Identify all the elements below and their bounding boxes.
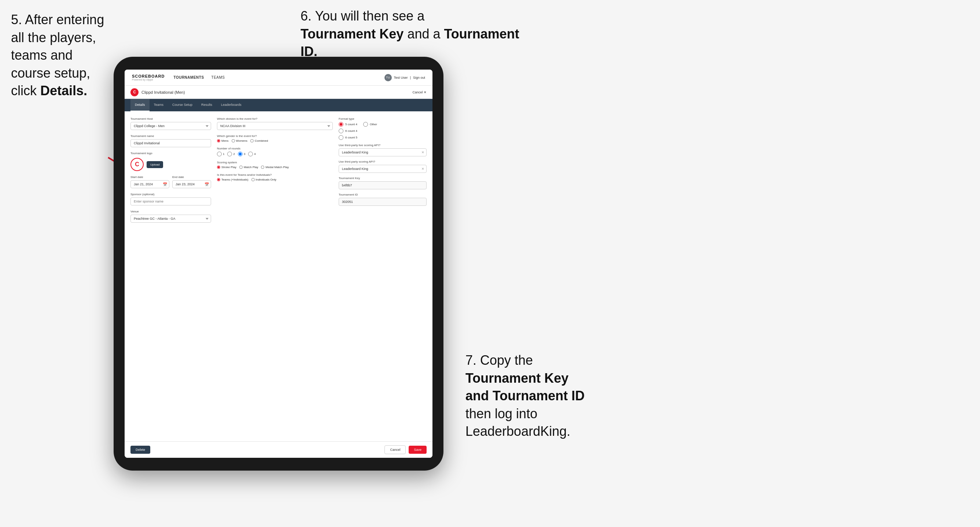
venue-group: Venue Peachtree GC - Atlanta - GA	[130, 210, 211, 223]
cancel-button[interactable]: Cancel	[385, 445, 406, 454]
round-1[interactable]: 1	[217, 152, 224, 156]
api1-select-wrap: Leaderboard King ✕	[339, 148, 426, 156]
format-other[interactable]: Other	[363, 122, 377, 127]
format-label: Format type	[339, 117, 426, 121]
nav-teams[interactable]: TEAMS	[212, 75, 225, 79]
division-select[interactable]: NCAA Division III	[217, 122, 333, 130]
start-date-icon: 📅	[163, 183, 167, 186]
api1-select[interactable]: Leaderboard King	[339, 148, 426, 156]
gender-label: Which gender is the event for?	[217, 134, 333, 138]
tabs-bar: Details Teams Course Setup Results Leade…	[125, 99, 433, 111]
form-footer: Delete Cancel Save	[125, 441, 433, 458]
nav-right: TU Test User | Sign out	[385, 74, 425, 81]
brand: SCOREBOARD Powered by clippd	[132, 74, 165, 81]
teams-radio-group: Teams (+Individuals) Individuals Only	[217, 178, 333, 181]
brand-sub: Powered by clippd	[132, 78, 165, 81]
teams-group: Is this event for Teams and/or Individua…	[217, 173, 333, 181]
rounds-group: Number of rounds 1 2 3	[217, 147, 333, 156]
format-5count4[interactable]: 5 count 4	[339, 122, 357, 127]
api2-select[interactable]: Leaderboard King	[339, 165, 426, 173]
start-date-label: Start date	[130, 175, 169, 179]
venue-label: Venue	[130, 210, 211, 213]
scoring-group: Scoring system Stroke Play Match Play Me…	[217, 161, 333, 169]
brand-title: SCOREBOARD	[132, 74, 165, 78]
round-3[interactable]: 3	[238, 152, 245, 156]
start-date-group: Start date 📅	[130, 175, 169, 188]
tournament-id-input[interactable]	[339, 198, 426, 206]
tournament-name-input[interactable]	[130, 139, 211, 147]
tournament-logo-group: Tournament logo C Upload	[130, 152, 211, 171]
tab-course-setup[interactable]: Course Setup	[168, 99, 197, 111]
annotation-bottom-right: 7. Copy the Tournament Keyand Tournament…	[465, 352, 671, 441]
teams-label: Is this event for Teams and/or Individua…	[217, 173, 333, 176]
nav-links: TOURNAMENTS TEAMS	[173, 75, 384, 79]
tournament-host-label: Tournament Host	[130, 117, 211, 121]
sub-header-title: Clippd Invitational (Men)	[142, 90, 185, 94]
end-date-group: End date 📅	[172, 175, 211, 188]
delete-button[interactable]: Delete	[130, 446, 150, 454]
top-nav: SCOREBOARD Powered by clippd TOURNAMENTS…	[125, 70, 433, 86]
tablet-screen: SCOREBOARD Powered by clippd TOURNAMENTS…	[125, 70, 433, 458]
sub-header-cancel[interactable]: Cancel ✕	[412, 90, 426, 94]
scoring-match[interactable]: Match Play	[239, 165, 258, 169]
tablet-frame: SCOREBOARD Powered by clippd TOURNAMENTS…	[114, 57, 444, 471]
sponsor-input[interactable]	[130, 197, 211, 205]
tournament-key-label: Tournament Key	[339, 176, 426, 180]
api2-group: Use third-party scoring API? Leaderboard…	[339, 160, 426, 173]
tournament-name-label: Tournament name	[130, 134, 211, 138]
gender-womens[interactable]: Womens	[232, 139, 247, 143]
scoring-stroke[interactable]: Stroke Play	[217, 165, 236, 169]
scoring-label: Scoring system	[217, 161, 333, 164]
tournament-name-group: Tournament name	[130, 134, 211, 147]
sub-header-icon: C	[130, 88, 138, 96]
tournament-key-input[interactable]	[339, 181, 426, 189]
api2-select-wrap: Leaderboard King ✕	[339, 165, 426, 173]
individuals-only[interactable]: Individuals Only	[251, 178, 276, 181]
end-date-label: End date	[172, 175, 211, 179]
tournament-id-group: Tournament ID	[339, 193, 426, 206]
user-avatar: TU	[385, 74, 392, 81]
division-group: Which division is the event for? NCAA Di…	[217, 117, 333, 130]
rounds-radio-group: 1 2 3 4	[217, 152, 333, 156]
tab-results[interactable]: Results	[197, 99, 216, 111]
sign-out-link[interactable]: Sign out	[413, 76, 425, 79]
round-4[interactable]: 4	[248, 152, 255, 156]
date-row: Start date 📅 End date 📅	[130, 175, 211, 188]
tournament-key-group: Tournament Key	[339, 176, 426, 189]
api1-label: Use third-party live scoring API?	[339, 144, 426, 147]
format-group: Format type 5 count 4 Other	[339, 117, 426, 140]
nav-separator: |	[410, 76, 411, 79]
api2-clear-icon[interactable]: ✕	[422, 167, 425, 171]
form-body: Tournament Host Clippd College - Men Tou…	[125, 111, 433, 441]
api1-clear-icon[interactable]: ✕	[422, 151, 425, 154]
col-right: Format type 5 count 4 Other	[339, 117, 426, 435]
upload-button[interactable]: Upload	[146, 161, 163, 168]
format-6count5[interactable]: 6 count 5	[339, 135, 426, 140]
col-mid: Which division is the event for? NCAA Di…	[217, 117, 333, 435]
tab-details[interactable]: Details	[130, 99, 150, 111]
annotation-top-right: 6. You will then see a Tournament Key an…	[301, 7, 528, 61]
tab-leaderboards[interactable]: Leaderboards	[216, 99, 246, 111]
user-label: Test User	[394, 76, 408, 79]
tab-teams[interactable]: Teams	[150, 99, 168, 111]
gender-mens[interactable]: Mens	[217, 139, 229, 143]
scoring-radio-group: Stroke Play Match Play Medal Match Play	[217, 165, 333, 169]
sponsor-label: Sponsor (optional)	[130, 193, 211, 196]
venue-select[interactable]: Peachtree GC - Atlanta - GA	[130, 214, 211, 223]
format-6count4[interactable]: 6 count 4	[339, 129, 426, 133]
logo-area: C Upload	[130, 158, 211, 171]
tournament-host-select[interactable]: Clippd College - Men	[130, 122, 211, 130]
round-2[interactable]: 2	[227, 152, 235, 156]
teams-plus-individuals[interactable]: Teams (+Individuals)	[217, 178, 248, 181]
scoring-medal[interactable]: Medal Match Play	[261, 165, 289, 169]
start-date-wrap: 📅	[130, 180, 169, 188]
col-left: Tournament Host Clippd College - Men Tou…	[130, 117, 211, 435]
division-label: Which division is the event for?	[217, 117, 333, 121]
save-button[interactable]: Save	[409, 446, 426, 454]
gender-radio-group: Mens Womens Combined	[217, 139, 333, 143]
gender-group: Which gender is the event for? Mens Wome…	[217, 134, 333, 143]
gender-combined[interactable]: Combined	[250, 139, 268, 143]
nav-tournaments[interactable]: TOURNAMENTS	[173, 75, 204, 79]
logo-circle: C	[130, 158, 144, 171]
end-date-wrap: 📅	[172, 180, 211, 188]
